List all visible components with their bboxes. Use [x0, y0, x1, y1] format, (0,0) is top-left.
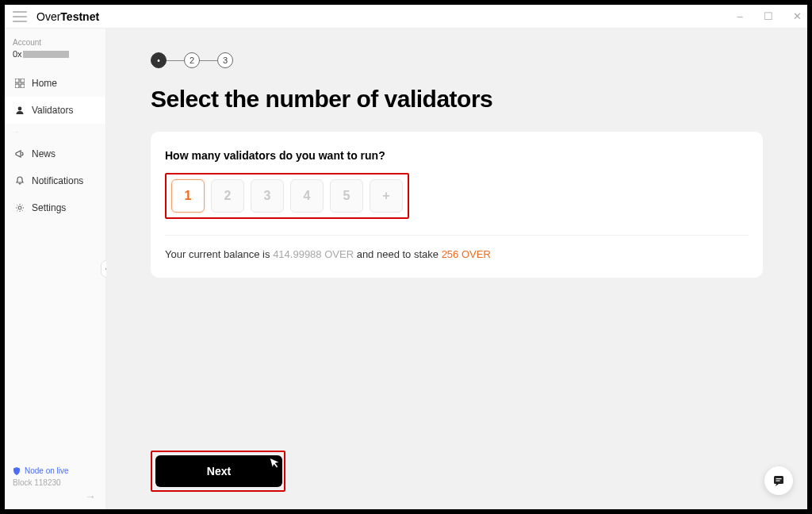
validator-option-4[interactable]: 4	[290, 179, 324, 213]
balance-prefix: Your current balance is	[165, 248, 270, 260]
bell-icon	[14, 175, 25, 186]
svg-rect-0	[15, 79, 19, 82]
menu-icon[interactable]	[13, 11, 27, 22]
user-icon	[14, 105, 25, 116]
account-box: Account 0x	[5, 29, 105, 65]
account-address: 0x	[13, 49, 98, 59]
card-divider	[165, 235, 749, 236]
account-prefix: 0x	[13, 49, 22, 59]
balance-mid: and need to stake	[357, 248, 439, 260]
next-button-label: Next	[207, 465, 231, 478]
account-address-mask	[23, 51, 69, 58]
next-button-highlight: Next	[151, 451, 285, 492]
main-content: 2 3 Select the number of validators How …	[106, 29, 807, 509]
sidebar-item-label: Settings	[32, 202, 66, 213]
svg-rect-1	[21, 79, 25, 82]
brand-bold: Testnet	[60, 10, 99, 23]
sidebar-nav: Home Validators · News	[5, 70, 105, 221]
step-connector	[200, 60, 217, 61]
megaphone-icon	[14, 148, 25, 159]
sidebar: Account 0x Home Validators	[5, 29, 106, 509]
svg-point-4	[18, 107, 22, 111]
node-status-label: Node on live	[25, 466, 69, 475]
validator-options-highlight: 1 2 3 4 5 +	[165, 173, 409, 219]
validator-option-plus[interactable]: +	[370, 179, 403, 213]
sidebar-item-label: Home	[32, 78, 57, 89]
chat-icon	[772, 474, 785, 487]
sidebar-item-validators[interactable]: Validators	[5, 97, 105, 124]
svg-point-5	[18, 206, 21, 209]
sidebar-item-label: Notifications	[32, 175, 83, 186]
sidebar-separator: ·	[5, 124, 105, 140]
validator-option-2[interactable]: 2	[211, 179, 244, 213]
cursor-icon	[270, 456, 280, 469]
sidebar-item-settings[interactable]: Settings	[5, 194, 105, 221]
svg-rect-7	[776, 478, 782, 479]
card-question: How many validators do you want to run?	[165, 149, 749, 162]
sidebar-item-notifications[interactable]: Notifications	[5, 167, 105, 194]
step-1	[151, 52, 167, 68]
gear-icon	[14, 202, 25, 213]
page-title: Select the number of validators	[151, 86, 763, 113]
svg-rect-3	[21, 84, 25, 88]
window-minimize[interactable]: –	[734, 10, 745, 22]
balance-line: Your current balance is 414.99988 OVER a…	[165, 248, 749, 260]
window-close[interactable]: ✕	[791, 10, 802, 22]
sidebar-item-label: Validators	[32, 105, 73, 116]
step-connector	[167, 60, 184, 61]
shield-icon	[13, 467, 21, 475]
svg-rect-2	[15, 84, 19, 88]
arrow-right-icon[interactable]: →	[13, 490, 98, 503]
stake-value: 256 OVER	[442, 248, 491, 260]
next-button[interactable]: Next	[155, 455, 282, 487]
svg-rect-8	[776, 481, 780, 481]
sidebar-item-label: News	[32, 148, 56, 159]
app-brand: OverTestnet	[36, 10, 99, 23]
titlebar: OverTestnet – ☐ ✕	[5, 5, 807, 29]
svg-rect-6	[774, 476, 783, 484]
balance-value: 414.99988 OVER	[273, 248, 354, 260]
account-label: Account	[13, 38, 98, 47]
validator-option-3[interactable]: 3	[251, 179, 284, 213]
validator-option-5[interactable]: 5	[330, 179, 363, 213]
validator-card: How many validators do you want to run? …	[151, 132, 763, 278]
sidebar-item-home[interactable]: Home	[5, 70, 105, 97]
block-number: Block 118230	[13, 478, 98, 487]
brand-thin: Over	[36, 10, 60, 23]
step-3: 3	[217, 52, 233, 68]
step-2: 2	[184, 52, 200, 68]
validator-option-1[interactable]: 1	[171, 179, 205, 213]
window-maximize[interactable]: ☐	[763, 10, 774, 22]
grid-icon	[14, 78, 25, 89]
sidebar-item-news[interactable]: News	[5, 140, 105, 167]
chat-fab[interactable]	[764, 466, 793, 495]
stepper: 2 3	[151, 52, 763, 68]
node-status: Node on live	[13, 466, 98, 475]
